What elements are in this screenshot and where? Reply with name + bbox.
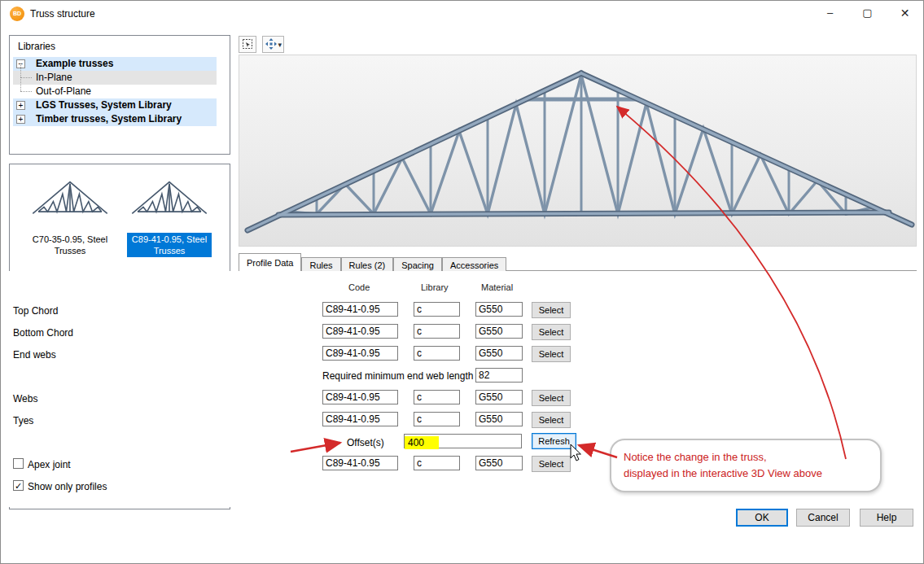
webs-select-button[interactable]: Select (532, 390, 571, 406)
apex-joint-label: Apex joint (28, 459, 71, 470)
truss-3d-model (239, 55, 917, 247)
row-top-chord: Top Chord Select (1, 302, 924, 320)
tab-profile-data[interactable]: Profile Data (239, 253, 301, 271)
webs-code-input[interactable] (322, 390, 398, 404)
catalog-item-c70[interactable]: C70-35-0.95, Steel Trusses (21, 169, 119, 257)
tab-spacing[interactable]: Spacing (393, 257, 442, 272)
tree-item-lgs-trusses[interactable]: + LGS Trusses, System Library (13, 98, 217, 112)
select-frame-icon (241, 37, 254, 50)
row-label: Top Chord (13, 305, 58, 317)
apex-joint-checkbox[interactable] (13, 458, 24, 469)
ok-button[interactable]: OK (736, 509, 788, 527)
expand-icon[interactable]: + (16, 115, 25, 124)
select-frame-button[interactable] (239, 36, 256, 53)
tree-item-label: LGS Trusses, System Library (36, 99, 172, 111)
tyes-code-input[interactable] (322, 412, 398, 426)
end-webs-library-input[interactable] (414, 346, 460, 361)
end-webs-select-button[interactable]: Select (532, 346, 571, 362)
tree-item-label: In-Plane (36, 72, 72, 83)
truss-structure-dialog: BD Truss structure – ▢ ✕ Libraries − Exa… (0, 0, 924, 564)
min-end-web-label: Required minimum end web length (322, 370, 473, 382)
catalog-item-label-selected: C89-41-0.95, Steel Trusses (127, 233, 212, 257)
webs-material-input[interactable] (475, 390, 523, 404)
tree-connector (20, 77, 32, 78)
close-icon[interactable]: ✕ (887, 1, 923, 25)
tabstrip: Profile DataRulesRules (2)SpacingAccesso… (239, 253, 917, 271)
bottom-chord-code-input[interactable] (322, 324, 398, 339)
bottom-chord-material-input[interactable] (475, 324, 523, 339)
help-button[interactable]: Help (860, 509, 913, 527)
tyes-library-input[interactable] (414, 412, 460, 426)
libraries-tree: − Example trusses In-Plane Out-of-Plane … (13, 57, 217, 126)
row-webs: Webs Select (1, 390, 924, 408)
expand-icon[interactable]: + (16, 101, 25, 110)
apex-select-button[interactable]: Select (532, 456, 571, 472)
catalog-item-label: C70-35-0.95, Steel Trusses (28, 233, 112, 257)
window-title: Truss structure (30, 8, 95, 20)
tyes-material-input[interactable] (475, 412, 523, 426)
catalog-item-c89-selected[interactable]: C89-41-0.95, Steel Trusses (120, 169, 218, 257)
offset-label: Offset(s) (347, 437, 384, 448)
webs-library-input[interactable] (414, 390, 460, 404)
column-header-library: Library (421, 282, 449, 292)
tree-item-example-trusses[interactable]: − Example trusses (13, 57, 217, 71)
apex-material-input[interactable] (475, 456, 523, 470)
tree-item-out-of-plane[interactable]: Out-of-Plane (13, 85, 217, 98)
apex-library-input[interactable] (414, 456, 460, 470)
callout-line2: displayed in the interactive 3D View abo… (624, 466, 822, 482)
3d-view[interactable] (239, 55, 917, 247)
viewer-toolbar: ▾ (239, 36, 287, 54)
libraries-panel: Libraries − Example trusses In-Plane Out… (9, 35, 230, 155)
row-label: Tyes (13, 415, 33, 426)
show-only-profiles-label: Show only profiles (28, 481, 107, 492)
libraries-label: Libraries (18, 41, 55, 52)
tyes-select-button[interactable]: Select (532, 412, 571, 428)
check-icon: ✓ (15, 481, 22, 491)
row-end-webs: End webs Select (1, 346, 924, 364)
row-tyes: Tyes Select (1, 412, 924, 430)
row-label: End webs (13, 349, 56, 361)
tree-item-label: Out-of-Plane (36, 85, 91, 97)
tab-rules[interactable]: Rules (301, 257, 340, 272)
minimize-icon[interactable]: – (812, 1, 848, 25)
bottom-chord-select-button[interactable]: Select (532, 324, 571, 340)
maximize-icon[interactable]: ▢ (849, 1, 886, 25)
bottom-chord-library-input[interactable] (414, 324, 460, 339)
fit-view-button[interactable]: ▾ (262, 36, 284, 53)
min-end-web-input[interactable] (475, 368, 523, 383)
cancel-button[interactable]: Cancel (796, 509, 850, 527)
refresh-button[interactable]: Refresh (532, 433, 576, 449)
tab-accessories[interactable]: Accessories (442, 257, 506, 272)
chevron-down-icon[interactable]: ▾ (278, 41, 282, 49)
top-chord-material-input[interactable] (475, 302, 523, 317)
truss-thumbnail-icon (31, 173, 109, 223)
top-chord-code-input[interactable] (322, 302, 398, 317)
offset-value-highlighted: 400 (405, 436, 439, 449)
end-webs-material-input[interactable] (475, 346, 523, 361)
column-header-material: Material (481, 282, 513, 292)
titlebar: BD Truss structure – ▢ ✕ (1, 1, 923, 27)
apex-code-input[interactable] (322, 456, 398, 470)
end-webs-code-input[interactable] (322, 346, 398, 361)
app-icon: BD (10, 7, 24, 21)
tree-connector (20, 91, 32, 92)
row-label: Bottom Chord (13, 327, 73, 339)
top-chord-library-input[interactable] (414, 302, 460, 317)
tree-item-timber-trusses[interactable]: + Timber trusses, System Library (13, 112, 217, 126)
show-only-profiles-checkbox[interactable]: ✓ (13, 480, 24, 491)
row-label: Webs (13, 393, 37, 404)
tree-connector (20, 77, 21, 91)
row-min-end-web: Required minimum end web length (1, 368, 924, 386)
column-header-code: Code (348, 282, 370, 292)
callout-line1: Notice the change in the truss, (624, 449, 822, 466)
offset-input[interactable]: 400 (404, 434, 522, 448)
row-bottom-chord: Bottom Chord Select (1, 324, 924, 342)
top-chord-select-button[interactable]: Select (532, 302, 571, 318)
tree-connector (20, 63, 21, 77)
tree-item-label: Example trusses (36, 58, 113, 69)
truss-thumbnail-icon (130, 173, 208, 223)
tree-item-in-plane[interactable]: In-Plane (13, 71, 217, 85)
tab-rules-2[interactable]: Rules (2) (341, 257, 394, 272)
tree-item-label: Timber trusses, System Library (36, 113, 182, 125)
callout-text: Notice the change in the truss, displaye… (624, 449, 822, 482)
